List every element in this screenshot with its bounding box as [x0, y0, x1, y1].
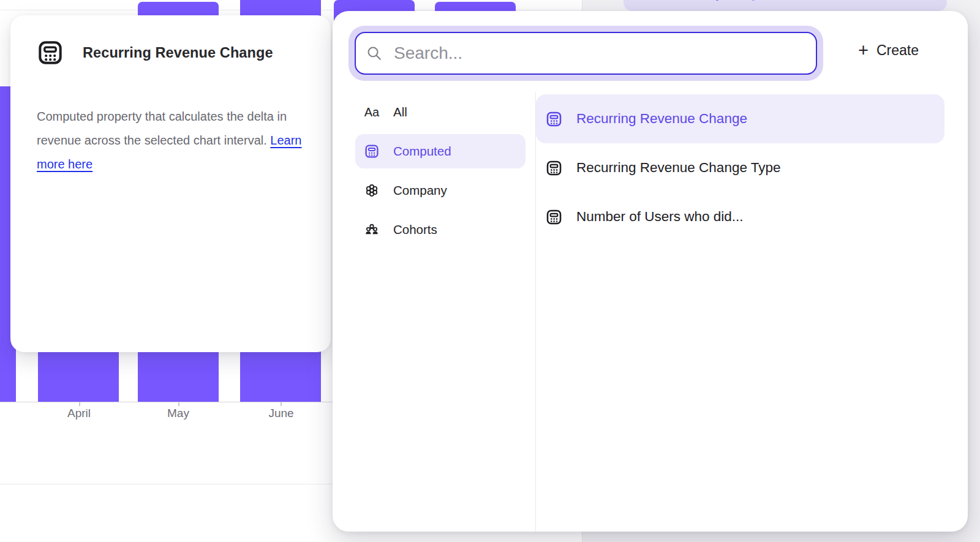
clipped-label-fragment — [752, 0, 756, 1]
property-tooltip-card: Recurring Revenue Change Computed proper… — [10, 15, 331, 352]
category-all[interactable]: Aa All — [355, 95, 526, 129]
tooltip-header: Recurring Revenue Change — [36, 39, 273, 67]
category-company[interactable]: Company — [355, 173, 526, 208]
tooltip-description-text: Computed property that calculates the de… — [37, 110, 287, 147]
x-axis-label: June — [268, 407, 293, 420]
text-Aa-icon: Aa — [364, 105, 380, 119]
search-icon — [366, 45, 383, 62]
x-axis-label: April — [67, 407, 91, 420]
x-axis-label: May — [167, 407, 189, 420]
result-recurring-revenue-change[interactable]: Recurring Revenue Change — [536, 94, 944, 143]
axis-tick — [79, 402, 80, 406]
calculator-icon — [364, 143, 380, 159]
category-computed[interactable]: Computed — [355, 134, 526, 168]
calculator-icon — [545, 110, 563, 128]
category-label: All — [393, 105, 407, 119]
result-label: Number of Users who did... — [576, 209, 744, 225]
axis-tick — [178, 402, 179, 406]
calculator-icon — [545, 208, 563, 226]
result-label: Recurring Revenue Change — [576, 111, 747, 127]
cohorts-icon — [364, 222, 380, 238]
category-label: Cohorts — [393, 222, 437, 237]
search-focus-ring — [349, 26, 823, 81]
calculator-icon — [545, 159, 563, 177]
category-label: Company — [393, 183, 447, 198]
create-button-label: Create — [876, 42, 919, 59]
tooltip-description: Computed property that calculates the de… — [37, 105, 307, 176]
axis-tick — [281, 402, 282, 406]
category-list: Aa All Computed — [355, 95, 526, 247]
plus-icon: + — [858, 42, 869, 59]
property-picker-popover: + Create Aa All Computed — [333, 11, 968, 532]
result-recurring-revenue-change-type[interactable]: Recurring Revenue Change Type — [536, 143, 944, 192]
category-label: Computed — [393, 144, 451, 159]
search-field[interactable] — [355, 32, 817, 75]
category-cohorts[interactable]: Cohorts — [355, 213, 526, 247]
create-button[interactable]: + Create — [853, 37, 924, 64]
result-label: Recurring Revenue Change Type — [576, 160, 781, 176]
clipped-property-pill — [624, 0, 947, 11]
calculator-icon — [36, 39, 64, 67]
tooltip-title: Recurring Revenue Change — [83, 45, 273, 61]
search-input[interactable] — [393, 43, 806, 64]
result-number-of-users[interactable]: Number of Users who did... — [536, 192, 944, 241]
clipped-label-fragment — [716, 0, 718, 1]
company-icon — [364, 183, 380, 198]
result-list: Recurring Revenue Change Recurring Reven… — [536, 94, 944, 241]
